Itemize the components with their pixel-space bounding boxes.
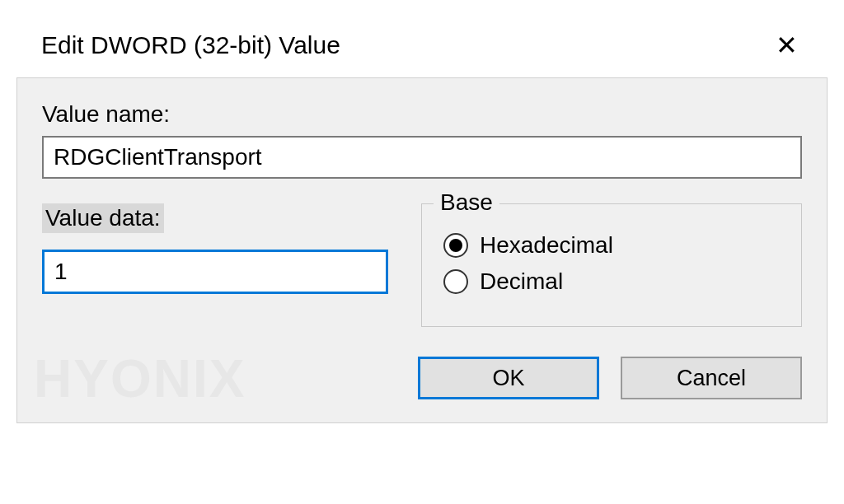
value-data-input[interactable] xyxy=(42,250,388,294)
title-bar: Edit DWORD (32-bit) Value ✕ xyxy=(16,16,828,77)
dialog-content: HYONIX Value name: Value data: Base Hexa… xyxy=(16,77,828,423)
cancel-button[interactable]: Cancel xyxy=(621,357,802,399)
value-data-label: Value data: xyxy=(42,203,164,233)
radio-icon xyxy=(443,233,468,258)
value-name-input[interactable] xyxy=(42,136,802,179)
radio-dec-label: Decimal xyxy=(480,268,563,295)
value-name-label: Value name: xyxy=(42,101,170,128)
value-name-section: Value name: xyxy=(42,101,802,179)
radio-decimal[interactable]: Decimal xyxy=(443,268,780,295)
radio-hex-label: Hexadecimal xyxy=(480,232,613,259)
value-data-section: Value data: xyxy=(42,203,388,294)
radio-icon xyxy=(443,269,468,294)
ok-button[interactable]: OK xyxy=(418,357,599,399)
dialog-title: Edit DWORD (32-bit) Value xyxy=(41,31,340,59)
radio-hexadecimal[interactable]: Hexadecimal xyxy=(443,232,780,259)
mid-row: Value data: Base Hexadecimal Decimal xyxy=(42,203,802,327)
base-fieldset: Base Hexadecimal Decimal xyxy=(421,203,802,327)
button-row: OK Cancel xyxy=(42,357,802,399)
close-icon[interactable]: ✕ xyxy=(769,32,804,58)
edit-dword-dialog: Edit DWORD (32-bit) Value ✕ HYONIX Value… xyxy=(16,16,828,423)
base-legend: Base xyxy=(434,189,499,216)
